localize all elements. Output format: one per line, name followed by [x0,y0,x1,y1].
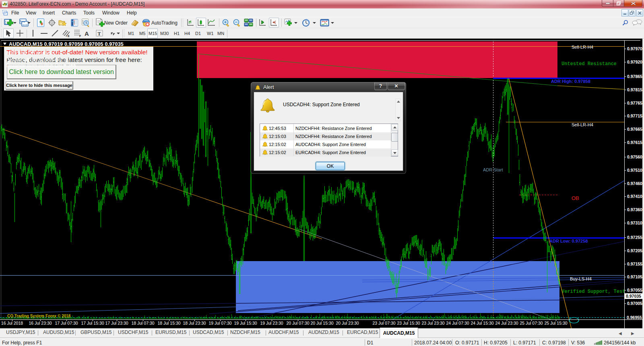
svg-text:19 Jul 15:30: 19 Jul 15:30 [234,321,257,325]
svg-text:E: E [68,35,70,37]
svg-text:24 Jul 07:30: 24 Jul 07:30 [446,321,469,325]
svg-text:AUDCAD,M15 0.97019 0.97059 0.: AUDCAD,M15 0.97019 0.97059 0.97005 0.970… [9,41,124,47]
svg-text:18 Jul 23:30: 18 Jul 23:30 [183,321,206,325]
svg-text:17 Jul 23:30: 17 Jul 23:30 [105,321,128,325]
svg-text:0.97055: 0.97055 [627,288,642,292]
svg-text:0.97360: 0.97360 [627,207,642,212]
svg-text:F: F [79,35,81,37]
svg-text:16 Jul 23:30: 16 Jul 23:30 [29,321,52,325]
svg-text:ADR High: 0.97858: ADR High: 0.97858 [551,79,590,84]
svg-text:0.97615: 0.97615 [627,140,642,145]
svg-text:OB: OB [572,195,579,201]
svg-text:19 Jul 07:30: 19 Jul 07:30 [208,321,231,325]
svg-text:0.97815: 0.97815 [627,87,642,92]
svg-text:0.97510: 0.97510 [627,168,642,173]
svg-text:19 Jul 23:30: 19 Jul 23:30 [260,321,283,325]
svg-text:0.97310: 0.97310 [627,220,642,225]
svg-text:0.97765: 0.97765 [627,101,642,105]
svg-text:17 Jul 15:30: 17 Jul 15:30 [81,321,104,325]
svg-text:T: T [98,31,101,37]
svg-text:0.97005: 0.97005 [627,301,642,306]
svg-text:0.97715: 0.97715 [627,113,642,118]
svg-text:18 Jul 07:30: 18 Jul 07:30 [131,321,154,325]
svg-text:17 Jul 07:30: 17 Jul 07:30 [55,321,78,325]
svg-text:Verified Support, Test: Verified Support, Test [561,289,625,295]
svg-text:0.97460: 0.97460 [627,181,642,186]
svg-text:20 Jul 23:30: 20 Jul 23:30 [336,321,359,325]
svg-text:25 Jul 07:30: 25 Jul 07:30 [520,321,543,325]
svg-text:Untested Resistance: Untested Resistance [561,61,617,67]
svg-text:20 Jul 15:30: 20 Jul 15:30 [310,321,333,325]
svg-text:20 Jul 07:30: 20 Jul 07:30 [286,321,309,325]
svg-text:0.97920: 0.97920 [627,60,642,64]
svg-text:18 Jul 15:30: 18 Jul 15:30 [157,321,180,325]
svg-text:ADR Start: ADR Start [483,167,503,172]
svg-text:23 Jul 07:30: 23 Jul 07:30 [372,321,395,325]
svg-text:0.96955: 0.96955 [627,315,642,320]
svg-text:0.97155: 0.97155 [627,262,642,266]
svg-text:0.97865: 0.97865 [627,74,642,79]
svg-text:Sell-LR-H4: Sell-LR-H4 [572,122,593,127]
svg-text:0.97035: 0.97035 [626,294,641,299]
svg-text:CO.Trading System Forex © 2018: CO.Trading System Forex © 2018 [7,314,71,318]
svg-text:0.97205: 0.97205 [627,248,642,253]
svg-text:0.97255: 0.97255 [627,235,642,240]
svg-text:0.97665: 0.97665 [627,127,642,132]
svg-text:ADR Low: 0.97258: ADR Low: 0.97258 [549,239,588,243]
svg-text:23 Jul 23:30: 23 Jul 23:30 [421,321,444,325]
svg-text:0.97970: 0.97970 [627,46,642,51]
svg-text:24 Jul 23:30: 24 Jul 23:30 [495,321,518,325]
svg-text:0.97410: 0.97410 [627,194,642,199]
svg-text:Buy-LS-H4: Buy-LS-H4 [570,276,592,281]
svg-text:23 Jul 15:30: 23 Jul 15:30 [397,321,420,325]
svg-text:0.97105: 0.97105 [627,274,642,279]
svg-text:0.97560: 0.97560 [627,154,642,159]
svg-text:Sell-LR-H4: Sell-LR-H4 [572,45,593,49]
svg-text:24 Jul 15:30: 24 Jul 15:30 [471,321,493,325]
svg-text:16 Jul 2018: 16 Jul 2018 [1,321,23,325]
svg-text:25 Jul 15:30: 25 Jul 15:30 [544,321,567,325]
